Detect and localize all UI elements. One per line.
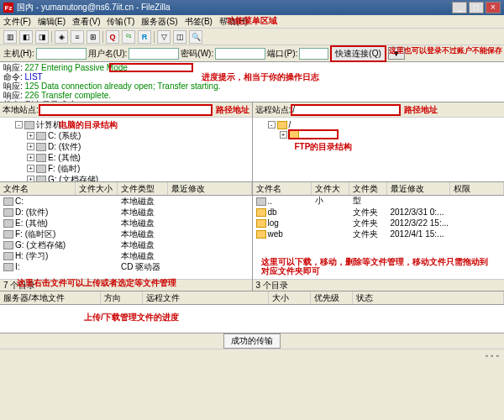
local-tree-pane: 本地站点: 路径地址 -计算机+C: (系统)+D: (软件)+E: (其他)+…	[0, 102, 253, 181]
file-icon	[256, 219, 266, 228]
annotation-remote-tree: FTP的目录结构	[295, 141, 353, 153]
log-icon[interactable]: ≡	[71, 30, 84, 44]
expander-icon[interactable]: +	[27, 165, 34, 172]
local-path-input[interactable]	[39, 104, 213, 116]
log-panel[interactable]: 响应: 227 Entering Passive Mode命令: LIST响应:…	[0, 62, 504, 102]
local-file-list[interactable]: C:本地磁盘D: (软件)本地磁盘E: (其他)本地磁盘F: (临时区)本地磁盘…	[0, 196, 252, 279]
local-tree[interactable]: -计算机+C: (系统)+D: (软件)+E: (其他)+F: (临时)+G: …	[0, 118, 252, 181]
menu-file[interactable]: 文件(F)	[3, 16, 31, 28]
search-icon[interactable]: 🔍	[189, 30, 202, 44]
window-title: 国内 - yumanutong@ns6.7iit.cn - FileZilla	[17, 2, 452, 13]
drive-icon	[36, 154, 46, 162]
file-row[interactable]: F: (临时区)本地磁盘	[0, 228, 252, 239]
queue-header[interactable]: 服务器/本地文件 方向 远程文件 大小 优先级 状态	[0, 291, 504, 305]
menu-server[interactable]: 服务器(S)	[141, 16, 177, 28]
tree-icon[interactable]: ⊞	[87, 30, 100, 44]
remote-tree[interactable]: -/+	[253, 118, 505, 181]
file-row[interactable]: H: (学习)本地磁盘	[0, 250, 252, 261]
queue-icon[interactable]: ◈	[55, 30, 68, 44]
minimize-button[interactable]: _	[452, 2, 467, 13]
close-button[interactable]: ×	[486, 2, 501, 13]
file-row[interactable]: D: (软件)本地磁盘	[0, 207, 252, 218]
port-label: 端口(P):	[267, 48, 297, 60]
menu-bookmarks[interactable]: 书签(B)	[185, 16, 213, 28]
maximize-button[interactable]: □	[469, 2, 484, 13]
annotation-menu: 功能菜单区域	[227, 15, 277, 27]
folder-icon	[277, 121, 287, 129]
expander-icon[interactable]: +	[27, 143, 34, 150]
bottom-tabs: 成功的传输	[0, 333, 504, 349]
pass-input[interactable]	[215, 48, 265, 60]
queue-pane: 服务器/本地文件 方向 远程文件 大小 优先级 状态 上传/下载管理文件的进度	[0, 291, 504, 333]
site-manager-icon[interactable]: ▥	[3, 30, 17, 44]
annotation-local-path: 路径地址	[216, 104, 249, 116]
menu-edit[interactable]: 编辑(E)	[38, 16, 66, 28]
expander-icon[interactable]: +	[27, 154, 34, 161]
file-row[interactable]: G: (文档存储)本地磁盘	[0, 239, 252, 250]
file-icon	[3, 252, 13, 260]
annotation-login: 这里也可以登录不过账户不能保存	[389, 47, 502, 55]
annotation-local-files: 这里右击文件可以上传或者选定等文件管理	[17, 278, 176, 287]
file-row[interactable]: db文件夹2012/3/31 0:...	[253, 207, 505, 218]
disconnect-icon[interactable]: ◧	[19, 30, 33, 44]
pass-label: 密码(W):	[181, 48, 213, 60]
tree-item[interactable]: +F: (临时)	[3, 163, 249, 174]
annotation-local-tree: 电脑的目录结构	[59, 119, 118, 131]
reconnect-icon[interactable]: ◨	[35, 30, 49, 44]
tree-item[interactable]: +G: (文档存储)	[3, 174, 249, 181]
file-icon	[3, 230, 13, 239]
remote-file-header[interactable]: 文件名 文件大小 文件类型 最近修改 权限	[253, 182, 505, 196]
expander-icon[interactable]: -	[268, 121, 276, 129]
tab-success[interactable]: 成功的传输	[223, 333, 281, 349]
drive-icon	[36, 132, 46, 140]
quickconnect-button[interactable]: 快速连接(Q)	[330, 45, 386, 62]
queue-indicator-icon: ◦ ◦ ◦	[486, 351, 499, 360]
q-icon[interactable]: Q	[106, 30, 119, 44]
expander-icon[interactable]: +	[280, 131, 287, 139]
tree-item[interactable]: +E: (其他)	[3, 152, 249, 163]
quickconnect-bar: 主机(H): 用户名(U): 密码(W): 端口(P): 快速连接(Q) ▼ 这…	[0, 45, 504, 62]
remote-file-pane: 文件名 文件大小 文件类型 最近修改 权限 ..db文件夹2012/3/31 0…	[253, 182, 505, 291]
file-row[interactable]: web文件夹2012/4/1 15:...	[253, 228, 505, 239]
r-icon[interactable]: R	[138, 30, 151, 44]
statusbar: ◦ ◦ ◦	[0, 349, 504, 362]
tree-item[interactable]: -计算机	[3, 119, 249, 130]
file-icon	[3, 197, 13, 206]
menu-view[interactable]: 查看(V)	[72, 16, 100, 28]
drive-icon	[36, 176, 46, 182]
host-label: 主机(H):	[3, 48, 34, 60]
file-icon	[256, 230, 266, 239]
file-icon	[3, 219, 13, 228]
log-line: 响应: 226 Transfer complete.	[3, 91, 501, 100]
remote-path-input[interactable]	[291, 104, 401, 116]
port-input[interactable]	[299, 48, 328, 60]
tree-item[interactable]: +C: (系统)	[3, 130, 249, 141]
file-row[interactable]: log文件夹2012/3/22 15:...	[253, 218, 505, 228]
user-input[interactable]	[129, 48, 179, 60]
menubar: 文件(F) 编辑(E) 查看(V) 传输(T) 服务器(S) 书签(B) 帮助(…	[0, 15, 504, 29]
annotation-remote-files: 这里可以下载，移动，删除等文件管理，移动文件只需拖动到对应文件夹即可	[261, 257, 496, 276]
log-line: 响应: 227 Entering Passive Mode	[3, 63, 501, 72]
tree-item[interactable]: +D: (软件)	[3, 141, 249, 152]
local-file-header[interactable]: 文件名 文件大小 文件类型 最近修改	[0, 182, 252, 196]
annotation-log: 进度提示，相当于你的操作日志	[202, 72, 319, 81]
file-icon	[3, 208, 13, 217]
file-row[interactable]: ..	[253, 196, 505, 207]
user-label: 用户名(U):	[88, 48, 128, 60]
compare-icon[interactable]: ◫	[173, 30, 186, 44]
drive-icon	[24, 121, 34, 129]
file-row[interactable]: E: (其他)本地磁盘	[0, 218, 252, 228]
file-row[interactable]: C:本地磁盘	[0, 196, 252, 207]
file-icon	[3, 263, 13, 271]
remote-path-label: 远程站点:	[255, 104, 291, 116]
expander-icon[interactable]: +	[27, 176, 34, 181]
expander-icon[interactable]: -	[15, 121, 23, 129]
expander-icon[interactable]: +	[27, 132, 34, 139]
host-input[interactable]	[36, 48, 87, 60]
binary-icon[interactable]: ⁰¹	[122, 30, 135, 44]
file-icon	[256, 208, 266, 217]
annotation-remote-path: 路径地址	[404, 104, 438, 116]
menu-transfer[interactable]: 传输(T)	[107, 16, 134, 28]
filter-icon[interactable]: ▽	[157, 30, 171, 44]
file-row[interactable]: I:CD 驱动器	[0, 261, 252, 272]
